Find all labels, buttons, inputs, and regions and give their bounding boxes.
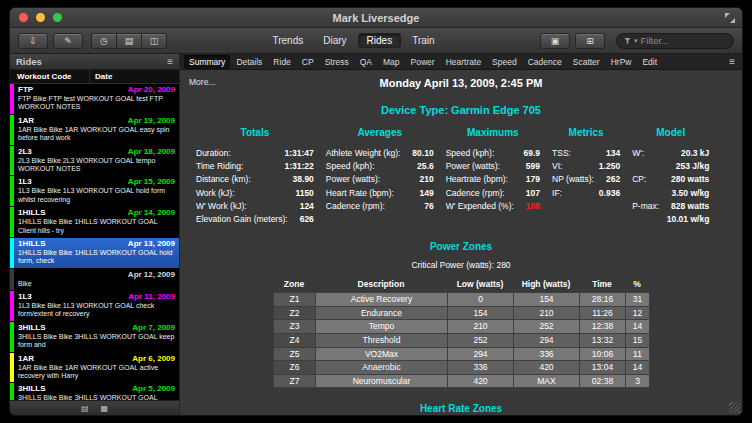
download-ride-button[interactable]: ⇩ (18, 33, 48, 49)
list-view-icon[interactable]: ▤ (81, 404, 89, 413)
device-type: Device Type: Garmin Edge 705 (190, 104, 732, 116)
view-tab[interactable]: Trends (263, 33, 312, 48)
sidebar-menu-icon[interactable]: ≡ (167, 56, 173, 67)
tabbar-menu-icon[interactable]: ≡ (729, 56, 738, 67)
analysis-tab[interactable]: Stress (320, 55, 354, 69)
metric-row: P-max: 828 watts (632, 200, 709, 213)
analysis-tab[interactable]: Map (378, 55, 405, 69)
zone-cell-description: Tempo (316, 320, 448, 334)
fullscreen-icon[interactable] (725, 13, 735, 23)
analysis-tab[interactable]: Heartrate (441, 55, 486, 69)
zone-cell-low: 420 (448, 375, 514, 389)
filter-icon (624, 38, 631, 44)
column-header-workout-code[interactable]: Workout Code (17, 72, 89, 81)
ride-description: 2L3 Bike Bike 2L3 WORKOUT GOAL tempo WOR… (18, 157, 175, 174)
ride-list-header: Workout Code Date (10, 70, 179, 84)
ride-item[interactable]: FTP Apr 20, 2009 FTP Bike FTP test WORKO… (10, 84, 179, 114)
ride-description: 3HILLS Bike Bike 3HILLS WORKOUT GOAL kee… (18, 333, 175, 350)
analysis-tab[interactable]: Details (231, 55, 267, 69)
recent-toggle-button[interactable]: ◷ (91, 33, 117, 49)
analysis-tab[interactable]: Power (406, 55, 440, 69)
metric-value: 179 (514, 173, 540, 186)
view-tab[interactable]: Rides (358, 33, 402, 48)
zone-row: Z3 Tempo 210 252 12:38 14 (274, 320, 649, 334)
ride-item[interactable]: 1HILLS Apr 13, 2009 1HILLS Bike Bike 1HI… (10, 238, 179, 268)
metric-label: Work (kJ): (196, 187, 235, 200)
ride-item[interactable]: 1AR Apr 6, 2009 1AR Bike Bike 1AR WORKOU… (10, 353, 179, 383)
metric-label: Elevation Gain (meters): (196, 213, 288, 226)
metric-row: Work (kJ): 1150 (196, 187, 314, 200)
metric-label: IF: (552, 187, 562, 200)
ride-color-stripe (10, 146, 14, 176)
metric-label: Power (watts): (446, 160, 500, 173)
averages-column: Averages Athlete Weight (kg): 80.10 (326, 127, 434, 226)
main-panel: Summary Details Ride CP Stress QA Map (180, 54, 742, 415)
lowbar-toggle-button[interactable]: ▤ (116, 33, 142, 49)
metric-value: 69.9 (512, 147, 541, 160)
zone-column-header: Description (315, 277, 447, 292)
metric-value: 38.90 (281, 173, 314, 186)
metrics-title: Metrics (552, 127, 620, 138)
ride-item[interactable]: 1AR Apr 19, 2009 1AR Bike Bike 1AR WORKO… (10, 115, 179, 145)
metric-value: 599 (514, 160, 540, 173)
analysis-tab[interactable]: Edit (637, 55, 662, 69)
analysis-tab[interactable]: Summary (184, 55, 230, 69)
metric-value: 1150 (283, 187, 313, 200)
metric-value: 1:31:47 (273, 147, 314, 160)
zone-cell-description: Endurance (316, 307, 448, 321)
zone-row: Z5 VO2Max 294 336 10:06 11 (274, 348, 649, 362)
view-tab[interactable]: Train (403, 33, 443, 48)
resize-grip[interactable] (729, 402, 740, 413)
calendar-view-icon[interactable]: ▦ (101, 404, 109, 413)
metric-row: VI: 1.250 (552, 160, 620, 173)
analysis-tab[interactable]: Speed (487, 55, 522, 69)
zoom-button[interactable] (53, 13, 62, 22)
zone-cell-description: VO2Max (316, 348, 448, 362)
metric-label: CP: (632, 173, 646, 186)
metric-row: Heartrate (bpm): 179 (446, 173, 540, 186)
ride-description: 1L3 Bike Bike 1L3 WORKOUT GOAL hold form… (18, 187, 175, 204)
ride-item[interactable]: 3HILLS Apr 7, 2009 3HILLS Bike Bike 3HIL… (10, 322, 179, 352)
ride-head: 3HILLS Apr 7, 2009 (18, 323, 175, 333)
analysis-tab[interactable]: HrPw (606, 55, 637, 69)
totals-rows: Duration: 1:31:47 Time Riding: 1:31:22 (196, 147, 314, 226)
ride-description: 1AR Bike Bike 1AR WORKOUT GOAL active re… (18, 364, 175, 381)
ride-item[interactable]: 1L3 Apr 11, 2009 1L3 Bike Bike 1L3 WORKO… (10, 291, 179, 321)
titlebar: Mark Liversedge (10, 8, 742, 28)
zone-row: Z6 Anaerobic 336 420 13:04 14 (274, 361, 649, 375)
manual-entry-button[interactable]: ✎ (53, 33, 83, 49)
minimize-button[interactable] (36, 13, 45, 22)
sidebar-toggle-button[interactable]: ◫ (141, 33, 167, 49)
metric-row: W': 20.3 kJ (632, 147, 709, 160)
zone-cell-time: 13:04 (580, 361, 626, 375)
analysis-tab[interactable]: Ride (268, 55, 295, 69)
analysis-tab[interactable]: CP (297, 55, 319, 69)
zone-cell-low: 294 (448, 348, 514, 362)
single-layout-button[interactable]: ▣ (540, 33, 570, 49)
analysis-tab[interactable]: Cadence (523, 55, 567, 69)
ride-item[interactable]: 1HILLS Apr 14, 2009 1HILLS Bike Bike 1HI… (10, 207, 179, 237)
zone-cell-zone: Z2 (274, 307, 316, 321)
column-header-date[interactable]: Date (89, 70, 179, 83)
ride-item[interactable]: Apr 12, 2009 Bike (10, 269, 179, 290)
ride-item[interactable]: 2L3 Apr 18, 2009 2L3 Bike Bike 2L3 WORKO… (10, 146, 179, 176)
ride-head: 1AR Apr 19, 2009 (18, 116, 175, 126)
metric-value: 134 (594, 147, 620, 160)
ride-item[interactable]: 1L3 Apr 15, 2009 1L3 Bike Bike 1L3 WORKO… (10, 176, 179, 206)
filter-input[interactable] (641, 35, 726, 46)
sidebar-title: Rides (16, 56, 42, 67)
model-title: Model (632, 127, 709, 138)
more-link[interactable]: More... (189, 77, 215, 87)
ride-heading: Monday April 13, 2009, 2:45 PM (190, 77, 732, 89)
metric-row: Duration: 1:31:47 (196, 147, 314, 160)
view-tab[interactable]: Diary (314, 33, 355, 48)
grid-layout-button[interactable]: ⊞ (575, 33, 605, 49)
metric-value: 262 (594, 173, 620, 186)
ride-item[interactable]: 3HILLS Apr 5, 2009 3HILLS Bike Bike 3HIL… (10, 383, 179, 400)
zone-cell-low: 336 (448, 361, 514, 375)
close-button[interactable] (19, 13, 28, 22)
analysis-tab[interactable]: Scatter (568, 55, 605, 69)
ride-color-stripe (10, 84, 14, 114)
analysis-tab[interactable]: QA (355, 55, 377, 69)
metric-value: 107 (514, 187, 540, 200)
